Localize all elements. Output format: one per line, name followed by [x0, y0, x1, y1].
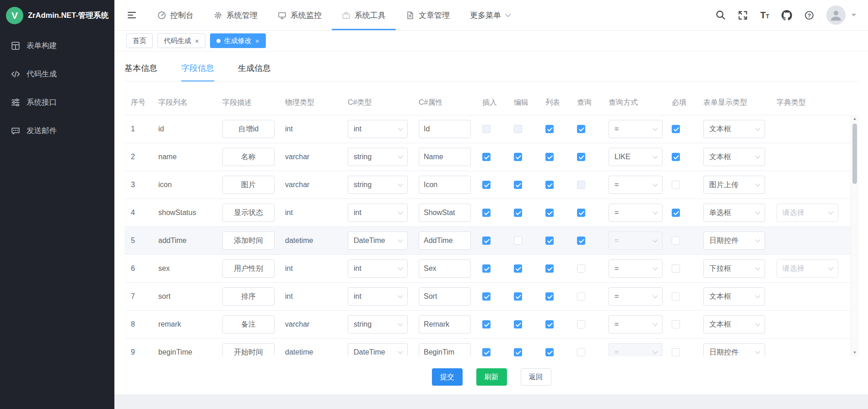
close-icon[interactable]: ×	[255, 38, 259, 44]
github-icon[interactable]	[782, 10, 792, 21]
required-checkbox[interactable]	[672, 153, 680, 161]
nav-item-more-menu[interactable]: 更多菜单	[460, 0, 520, 30]
sidebar-item-send-mail[interactable]: 发送邮件	[0, 117, 114, 145]
list-checkbox[interactable]	[545, 125, 554, 133]
list-checkbox[interactable]	[545, 153, 554, 161]
list-checkbox[interactable]	[545, 264, 554, 273]
tab-basic-info[interactable]: 基本信息	[124, 63, 157, 81]
query-checkbox[interactable]	[577, 292, 585, 301]
insert-checkbox[interactable]	[482, 153, 491, 161]
csharp-type-select[interactable]: int	[348, 259, 408, 278]
csharp-prop-input[interactable]	[419, 204, 471, 222]
field-desc-input[interactable]	[222, 259, 275, 278]
insert-checkbox[interactable]	[482, 320, 491, 328]
tab-field-info[interactable]: 字段信息	[181, 63, 214, 81]
query-checkbox[interactable]	[577, 320, 585, 328]
scrollbar-thumb[interactable]	[852, 124, 857, 184]
search-icon[interactable]	[716, 10, 726, 20]
query-mode-select[interactable]: =	[609, 231, 663, 250]
query-checkbox[interactable]	[577, 237, 585, 245]
nav-item-article-management[interactable]: 文章管理	[396, 0, 460, 30]
display-type-select[interactable]: 文本框	[703, 287, 765, 306]
refresh-button[interactable]: 刷新	[476, 368, 507, 386]
query-checkbox[interactable]	[577, 125, 585, 133]
field-desc-input[interactable]	[222, 343, 275, 356]
csharp-type-select[interactable]: DateTime	[348, 231, 408, 250]
edit-checkbox[interactable]	[514, 125, 522, 133]
edit-checkbox[interactable]	[514, 348, 522, 356]
csharp-prop-input[interactable]	[419, 287, 471, 306]
submit-button[interactable]: 提交	[432, 368, 463, 386]
query-mode-select[interactable]: =	[609, 343, 663, 356]
csharp-type-select[interactable]: string	[348, 176, 408, 194]
csharp-type-select[interactable]: int	[348, 204, 408, 222]
scroll-down-arrow[interactable]: ▼	[851, 350, 858, 356]
dict-type-select[interactable]: 请选择	[776, 204, 838, 222]
query-checkbox[interactable]	[577, 181, 585, 189]
required-checkbox[interactable]	[672, 348, 680, 356]
field-desc-input[interactable]	[222, 287, 275, 306]
font-size-icon[interactable]: TT	[760, 11, 769, 20]
edit-checkbox[interactable]	[514, 320, 522, 328]
query-mode-select[interactable]: =	[609, 315, 663, 334]
field-desc-input[interactable]	[222, 204, 275, 222]
csharp-prop-input[interactable]	[419, 343, 471, 356]
query-mode-select[interactable]: =	[609, 120, 663, 138]
edit-checkbox[interactable]	[514, 292, 522, 301]
list-checkbox[interactable]	[545, 320, 554, 328]
required-checkbox[interactable]	[672, 237, 680, 245]
csharp-prop-input[interactable]	[419, 231, 471, 250]
query-mode-select[interactable]: LIKE	[609, 148, 663, 166]
tab-generation-info[interactable]: 生成信息	[238, 63, 271, 81]
close-icon[interactable]: ×	[195, 38, 199, 44]
list-checkbox[interactable]	[545, 181, 554, 189]
csharp-type-select[interactable]: string	[348, 148, 408, 166]
query-mode-select[interactable]: =	[609, 204, 663, 222]
list-checkbox[interactable]	[545, 237, 554, 245]
required-checkbox[interactable]	[672, 292, 680, 301]
csharp-type-select[interactable]: DateTime	[348, 343, 408, 356]
nav-item-system-monitor[interactable]: 系统监控	[268, 0, 332, 30]
insert-checkbox[interactable]	[482, 209, 491, 217]
field-desc-input[interactable]	[222, 176, 275, 194]
caret-down-icon[interactable]	[852, 14, 856, 16]
query-checkbox[interactable]	[577, 209, 585, 217]
fullscreen-icon[interactable]	[738, 11, 748, 20]
query-checkbox[interactable]	[577, 153, 585, 161]
insert-checkbox[interactable]	[482, 348, 491, 356]
query-mode-select[interactable]: =	[609, 287, 663, 306]
display-type-select[interactable]: 下拉框	[703, 259, 765, 278]
field-desc-input[interactable]	[222, 148, 275, 166]
edit-checkbox[interactable]	[514, 153, 522, 161]
vertical-scrollbar[interactable]: ▲ ▼	[851, 115, 858, 356]
question-icon[interactable]: ?	[804, 11, 814, 20]
insert-checkbox[interactable]	[482, 125, 491, 133]
display-type-select[interactable]: 文本框	[703, 315, 765, 334]
tag-generate-edit[interactable]: 生成修改 ×	[210, 33, 266, 48]
edit-checkbox[interactable]	[514, 181, 522, 189]
display-type-select[interactable]: 日期控件	[703, 231, 765, 250]
edit-checkbox[interactable]	[514, 209, 522, 217]
csharp-type-select[interactable]: string	[348, 315, 408, 334]
display-type-select[interactable]: 文本框	[703, 148, 765, 166]
insert-checkbox[interactable]	[482, 181, 491, 189]
list-checkbox[interactable]	[545, 209, 554, 217]
back-button[interactable]: 返回	[521, 368, 551, 386]
display-type-select[interactable]: 图片上传	[703, 176, 765, 194]
csharp-prop-input[interactable]	[419, 148, 471, 166]
sidebar-item-code-generation[interactable]: 代码生成	[0, 60, 114, 88]
tag-home[interactable]: 首页	[126, 33, 153, 48]
required-checkbox[interactable]	[672, 181, 680, 189]
insert-checkbox[interactable]	[482, 264, 491, 273]
csharp-prop-input[interactable]	[419, 120, 471, 138]
required-checkbox[interactable]	[672, 209, 680, 217]
field-desc-input[interactable]	[222, 120, 275, 138]
query-mode-select[interactable]: =	[609, 259, 663, 278]
insert-checkbox[interactable]	[482, 292, 491, 301]
nav-item-console[interactable]: 控制台	[147, 0, 204, 30]
edit-checkbox[interactable]	[514, 237, 522, 245]
edit-checkbox[interactable]	[514, 264, 522, 273]
list-checkbox[interactable]	[545, 348, 554, 356]
required-checkbox[interactable]	[672, 125, 680, 133]
sidebar-item-system-api[interactable]: 系统接口	[0, 88, 114, 117]
